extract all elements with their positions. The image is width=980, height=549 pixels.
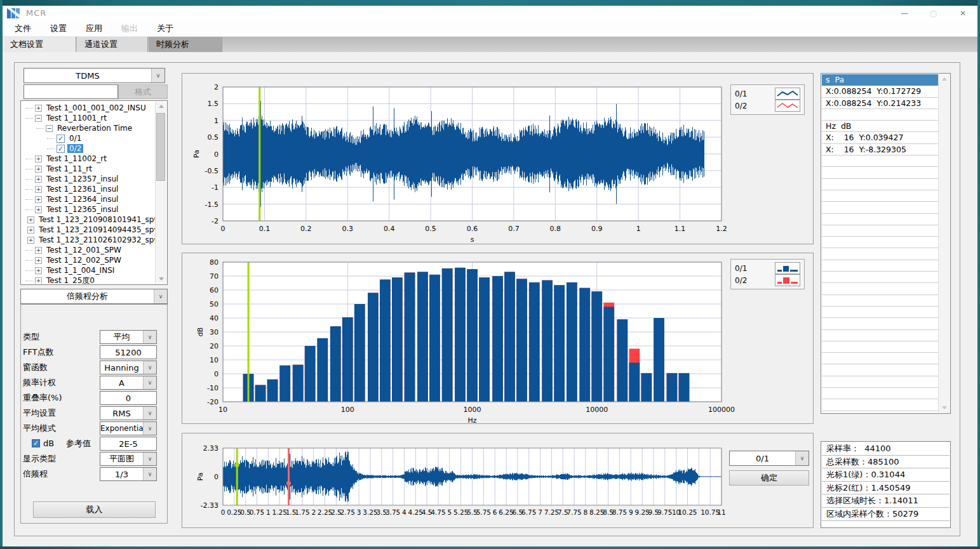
tab-document-settings[interactable]: 文档设置	[3, 37, 76, 52]
readout-row[interactable]	[822, 109, 939, 121]
tree-item[interactable]: +Test 1_123_210908101941_spw	[22, 215, 156, 225]
tree-connector	[25, 178, 33, 180]
readout-row[interactable]: X:0.088254 Y:0.214233	[822, 98, 939, 109]
readout-row	[822, 225, 939, 237]
tree-item[interactable]: +Test 1_12_001_SPW	[22, 245, 156, 255]
tree-item[interactable]: +Test 1_11_rt	[22, 164, 156, 174]
menu-item[interactable]: 应用	[76, 20, 112, 36]
svg-text:5.25: 5.25	[453, 508, 468, 516]
format-button[interactable]: 格式	[118, 84, 168, 99]
readout-scrollbar[interactable]	[938, 74, 950, 413]
readout-row[interactable]: Hz dB	[822, 121, 939, 132]
tree-item[interactable]: +Test 1_12365_insul	[22, 204, 156, 215]
expand-icon[interactable]: +	[35, 166, 42, 173]
fft-points-input[interactable]: 51200	[100, 345, 157, 359]
readout-row[interactable]: X:0.088254 Y:0.172729	[822, 86, 939, 97]
average-mode-select[interactable]: Exponential∨	[100, 421, 157, 435]
maximize-button[interactable]: ▢	[919, 6, 948, 20]
expand-icon[interactable]: +	[35, 196, 42, 203]
tree-item[interactable]: +Test 1_1_004_INSI	[22, 265, 156, 275]
expand-icon[interactable]: +	[35, 267, 42, 274]
load-button[interactable]: 载入	[33, 501, 156, 518]
expand-icon[interactable]: +	[27, 237, 34, 244]
channel-checkbox[interactable]: ✓	[57, 135, 65, 143]
readout-row[interactable]: X: 16 Y:0.039427	[822, 132, 939, 143]
channel-select[interactable]: 0/1 ∨	[729, 451, 809, 466]
menu-item[interactable]: 输出	[112, 20, 147, 36]
collapse-icon[interactable]: −	[46, 125, 53, 132]
tree-item[interactable]: +Test 1_25度0	[22, 275, 156, 284]
readout-row[interactable]: s Pa	[822, 74, 939, 86]
tree-item[interactable]: +Test 1_123_211026102932_spw	[22, 235, 156, 245]
svg-text:1.75: 1.75	[295, 508, 309, 516]
menu-item[interactable]: 关于	[147, 20, 183, 36]
svg-text:10: 10	[210, 356, 218, 364]
svg-text:0: 0	[214, 150, 218, 159]
expand-icon[interactable]: +	[27, 227, 34, 234]
scroll-down-icon[interactable]	[156, 274, 166, 284]
time-waveform-chart[interactable]: 21.510.50-0.5-1-1.5-200.10.20.30.40.50.6…	[182, 73, 814, 244]
tree-item[interactable]: +Test 1_12357_insul	[22, 174, 156, 184]
display-type-select[interactable]: 平面图∨	[100, 452, 157, 466]
scroll-up-icon[interactable]	[939, 74, 950, 84]
readout-row	[822, 318, 939, 329]
minimize-button[interactable]: —	[890, 6, 919, 20]
octave-spectrum-chart[interactable]: 80706050403020100-10-2010100100010000100…	[182, 253, 814, 424]
expand-icon[interactable]: +	[35, 176, 42, 183]
svg-text:10.25: 10.25	[678, 508, 697, 516]
tab-time-frequency-analysis[interactable]: 时频分析	[149, 37, 222, 52]
expand-icon[interactable]: +	[35, 105, 42, 112]
svg-text:20: 20	[210, 342, 218, 350]
tree-item[interactable]: +Test 1_11002_rt	[22, 154, 156, 164]
tree-item[interactable]: +Test 1_001_001_002_INSU	[22, 103, 156, 113]
readout-row	[822, 237, 939, 248]
tree-item[interactable]: +Test 1_12_002_SPW	[22, 255, 156, 265]
expand-icon[interactable]: +	[35, 247, 42, 254]
type-select[interactable]: 平均∨	[100, 330, 157, 344]
filter-input[interactable]	[23, 84, 118, 99]
expand-icon[interactable]: +	[35, 206, 42, 213]
readout-row	[822, 190, 939, 202]
analysis-type-select[interactable]: 倍频程分析 ∨	[20, 289, 168, 304]
expand-icon[interactable]: +	[35, 186, 42, 193]
tree-item[interactable]: +Test 1_12361_insul	[22, 184, 156, 194]
expand-icon[interactable]: +	[35, 277, 42, 284]
scroll-up-icon[interactable]	[156, 102, 166, 111]
tree-item[interactable]: +Test 1_123_210914094435_spw	[22, 225, 156, 235]
tree-item[interactable]: −Test 1_11001_rt	[22, 113, 156, 123]
expand-icon[interactable]: +	[35, 257, 42, 264]
scroll-down-icon[interactable]	[939, 403, 950, 413]
confirm-button[interactable]: 确定	[729, 470, 809, 486]
readout-row[interactable]: X: 16 Y:-8.329305	[822, 144, 939, 155]
svg-text:1.25: 1.25	[272, 508, 287, 516]
menu-item[interactable]: 设置	[41, 20, 76, 36]
frequency-weighting-select[interactable]: A∨	[100, 376, 157, 390]
menu-item[interactable]: 文件	[5, 20, 41, 36]
octave-select[interactable]: 1/3∨	[100, 467, 157, 481]
close-button[interactable]: ✕	[948, 6, 977, 20]
window-function-select[interactable]: Hanning∨	[100, 360, 157, 374]
tree-scrollbar-thumb[interactable]	[156, 113, 165, 181]
collapse-icon[interactable]: −	[35, 115, 42, 122]
tree-item-label: Test 1_123_211026102932_spw	[37, 235, 156, 244]
expand-icon[interactable]: +	[27, 216, 34, 223]
tree-item-label: Reverberation Time	[55, 124, 134, 133]
svg-text:2: 2	[311, 508, 316, 516]
expand-icon[interactable]: +	[35, 155, 42, 162]
overlap-input[interactable]: 0	[100, 391, 157, 405]
full-record-chart[interactable]: 2.330-2.3300.250.50.7511.251.51.7522.252…	[182, 433, 814, 528]
db-checkbox[interactable]: ✓	[32, 439, 40, 447]
tree-item-label: 0/2	[67, 144, 83, 153]
average-setting-select[interactable]: RMS∨	[100, 406, 157, 420]
tree-connector	[25, 189, 33, 190]
tree-connector	[25, 209, 33, 210]
file-format-select[interactable]: TDMS ∨	[23, 68, 165, 83]
channel-checkbox[interactable]: ✓	[57, 145, 65, 153]
reference-input[interactable]: 2E-5	[100, 437, 157, 451]
tab-channel-settings[interactable]: 通道设置	[77, 37, 148, 52]
tree-item[interactable]: ✓0/2	[22, 143, 156, 154]
tree-item[interactable]: ✓0/1	[22, 133, 156, 143]
tree-item[interactable]: +Test 1_12364_insul	[22, 194, 156, 204]
tree-item[interactable]: −Reverberation Time	[22, 123, 156, 133]
tree-scrollbar[interactable]	[155, 102, 166, 284]
